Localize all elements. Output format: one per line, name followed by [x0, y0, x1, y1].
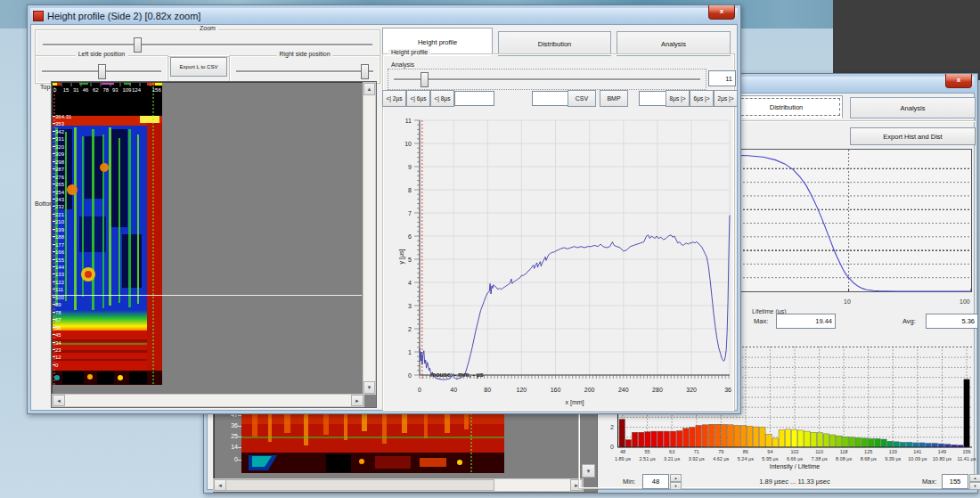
right-position-thumb[interactable] — [361, 64, 369, 79]
svg-text:6: 6 — [408, 233, 412, 240]
heatmap-vscrollbar[interactable]: ▲ ▼ — [363, 82, 376, 395]
max-label: Max: — [754, 317, 768, 325]
bmp-button[interactable]: BMP — [600, 90, 628, 107]
analysis-slider[interactable] — [388, 69, 706, 90]
back-hscroll-thumb[interactable] — [225, 479, 494, 491]
avg-value-box[interactable]: 5.36 — [926, 314, 978, 329]
histogram-x-tick-sublabel: 8.08 µs — [831, 456, 856, 461]
heatmap-ruler-y-tick — [53, 244, 55, 245]
svg-text:40: 40 — [450, 387, 457, 393]
heatmap-ruler-x-label: 124 — [132, 87, 141, 93]
export-csv-button[interactable]: Export L to CSV — [170, 57, 227, 77]
left-position-thumb[interactable] — [98, 64, 106, 79]
heatmap-ruler-y-tick — [53, 334, 55, 335]
heatmap-ruler-y-label: 243 — [55, 197, 64, 202]
heatmap-ruler-y-tick — [53, 199, 55, 200]
svg-text:7: 7 — [408, 210, 412, 216]
heatmap-ruler-y-label: 111 — [55, 287, 63, 292]
svg-text:365: 365 — [724, 387, 731, 393]
back-hscrollbar[interactable]: ◄ ► — [213, 478, 584, 492]
heatmap-ruler-y-tick — [53, 176, 55, 177]
heatmap-ruler-y-label: 309 — [55, 151, 64, 157]
heatmap-hscroll-right-arrow[interactable]: ► — [351, 395, 363, 406]
zoom-slider-thumb[interactable] — [134, 37, 142, 53]
svg-text:0: 0 — [408, 372, 412, 379]
svg-text:8: 8 — [408, 187, 412, 193]
histogram-x-tick-sublabel: 4.62 µs — [708, 456, 733, 461]
lifetime-xtick-10: 10 — [844, 298, 851, 305]
histogram-x-tick-sublabel: 2.51 µs — [635, 456, 660, 461]
back-heatmap-image[interactable] — [241, 406, 504, 473]
heatmap-ruler-y-label: 12 — [55, 355, 61, 360]
max2-spinner[interactable]: 155 ▲▼ — [942, 474, 980, 490]
max2-spinner-value[interactable]: 155 — [942, 474, 968, 489]
heatmap-ruler-y-label: 199 — [55, 227, 64, 233]
desktop: x 473625140 — [0, 0, 980, 498]
heatmap-ruler-y-label: 177 — [55, 242, 64, 248]
zoom-slider-track[interactable] — [43, 44, 372, 45]
heatmap-ruler-x-label: 62 — [93, 87, 99, 93]
csv-button[interactable]: CSV — [568, 90, 596, 107]
step-left-button-0[interactable]: <| 2µs — [382, 90, 406, 107]
heatmap-ruler-y-tick — [53, 214, 55, 215]
max-value-box[interactable]: 19.44 — [776, 314, 836, 329]
back-tab-analysis[interactable]: Analysis — [850, 97, 976, 118]
step-right-button-1[interactable]: 6µs |> — [690, 90, 714, 107]
heatmap-hscrollbar[interactable]: ◄ ► — [52, 394, 364, 407]
heatmap-ruler-y-label: 210 — [55, 219, 64, 225]
histogram-x-tick-label: 94 — [759, 449, 780, 454]
front-close-button[interactable]: x — [708, 5, 735, 20]
heatmap-ruler-y-tick — [53, 251, 55, 252]
heatmap-ruler-y-tick — [53, 131, 55, 132]
svg-text:x [mm]: x [mm] — [566, 399, 584, 406]
desktop-dark-region — [833, 0, 980, 80]
svg-text:240: 240 — [618, 387, 629, 393]
back-hscroll-left-arrow[interactable]: ◄ — [214, 479, 226, 491]
histogram-x-tick-label: 133 — [882, 449, 903, 454]
heatmap-vscroll-up-arrow[interactable]: ▲ — [363, 83, 375, 95]
heatmap-vscroll-down-arrow[interactable]: ▼ — [363, 381, 375, 394]
right-position-track[interactable] — [236, 70, 373, 72]
left-value-input[interactable] — [454, 91, 494, 106]
svg-text:5: 5 — [408, 257, 412, 263]
heatmap-ruler-y-label: 23 — [55, 347, 61, 353]
height-profile-chart[interactable]: 0408012016020024028032036501234567891011… — [398, 114, 731, 408]
histogram-x-tick-label: 48 — [612, 449, 633, 454]
histogram-y-tick-label: 2 — [605, 424, 614, 430]
histogram-axis-label: Intensity / Lifetime — [617, 463, 972, 469]
step-right-button-2[interactable]: 2µs |> — [714, 90, 738, 107]
avg-label: Avg: — [902, 317, 916, 325]
back-close-button[interactable]: x — [945, 74, 972, 88]
export-hist-dist-button[interactable]: Export Hist and Dist — [850, 127, 976, 145]
svg-text:120: 120 — [517, 387, 527, 393]
analysis-value-box[interactable]: 11 — [708, 70, 736, 86]
csv-filename-input[interactable] — [532, 91, 570, 106]
analysis-slider-track[interactable] — [394, 78, 700, 80]
step-left-button-1[interactable]: <| 6µs — [406, 90, 430, 107]
front-window-titlebar[interactable]: Height profile (Side 2) [0.82x zoom] — [30, 8, 738, 24]
heatmap-ruler-y-label: 166 — [55, 249, 64, 255]
histogram-x-tick-label: 86 — [735, 449, 756, 454]
analysis-label: Analysis — [391, 61, 414, 68]
right-value-input[interactable] — [639, 91, 666, 106]
step-left-button-2[interactable]: <| 8µs — [430, 90, 454, 107]
heatmap-ruler-y-label: 133 — [55, 272, 64, 277]
right-position-label: Right side position — [276, 51, 332, 57]
heatmap-ruler-y-label: 265 — [55, 182, 64, 187]
histogram-x-tick-label: 102 — [784, 449, 805, 454]
analysis-slider-thumb[interactable] — [421, 72, 429, 87]
svg-text:y [µs]: y [µs] — [398, 249, 405, 265]
heatmap-ruler-x-label: 156 — [152, 87, 161, 93]
back-tab-distribution[interactable]: Distribution — [730, 95, 843, 118]
heatmap-ruler-y-tick — [53, 116, 55, 117]
max2-down-arrow[interactable]: ▼ — [969, 482, 980, 490]
heatmap-ruler-y: 364.313533423313203092982872762652542432… — [53, 83, 79, 385]
heatmap-ruler-y-tick — [53, 161, 55, 162]
max2-up-arrow[interactable]: ▲ — [969, 474, 980, 482]
heatmap-hscroll-left-arrow[interactable]: ◄ — [53, 395, 65, 406]
heatmap-ruler-y-label: 298 — [55, 159, 64, 165]
front-tab-distribution[interactable]: Distribution — [498, 31, 611, 56]
front-window-title: Height profile (Side 2) [0.82x zoom] — [47, 11, 200, 21]
front-tab-analysis[interactable]: Analysis — [617, 31, 731, 56]
step-right-button-0[interactable]: 8µs |> — [666, 90, 690, 107]
